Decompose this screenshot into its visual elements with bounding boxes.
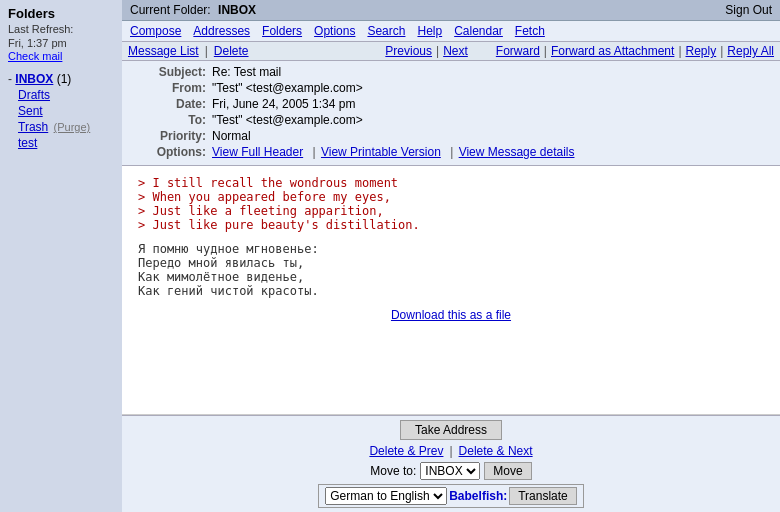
nav-help[interactable]: Help [417,24,442,38]
nav-compose[interactable]: Compose [130,24,181,38]
move-to-select[interactable]: INBOX Drafts Sent Trash test [420,462,480,480]
topbar: Current Folder: INBOX Sign Out [122,0,780,21]
from-value: "Test" <test@example.com> [212,81,363,95]
header-row-to: To: "Test" <test@example.com> [132,113,770,127]
options-label: Options: [132,145,212,159]
translate-box: German to English French to English Span… [318,484,584,508]
nav-folders[interactable]: Folders [262,24,302,38]
take-address-button[interactable]: Take Address [400,420,502,440]
header-row-date: Date: Fri, June 24, 2005 1:34 pm [132,97,770,111]
move-button[interactable]: Move [484,462,531,480]
delete-prev-link[interactable]: Delete & Prev [369,444,443,458]
download-link[interactable]: Download this as a file [138,308,764,322]
priority-value: Normal [212,129,251,143]
quoted-line-2: > When you appeared before my eyes, [138,190,764,204]
nav-addresses[interactable]: Addresses [193,24,250,38]
folder-list: - INBOX (1) Drafts Sent Trash (Purge) te… [8,71,114,151]
check-mail-link[interactable]: Check mail [8,50,62,62]
last-refresh-time: Fri, 1:37 pm [8,37,114,49]
date-value: Fri, June 24, 2005 1:34 pm [212,97,355,111]
babelfish-label: Babelfish: [449,489,507,503]
current-folder-label: Current Folder: [130,3,211,17]
nav-calendar[interactable]: Calendar [454,24,503,38]
options-value: View Full Header | View Printable Versio… [212,145,578,159]
main-content: Current Folder: INBOX Sign Out Compose A… [122,0,780,512]
folder-item-test: test [8,135,114,151]
to-value: "Test" <test@example.com> [212,113,363,127]
sidebar: Folders Last Refresh: Fri, 1:37 pm Check… [0,0,122,512]
folder-item-inbox: - INBOX (1) [8,71,114,87]
actionbar-right: Previous | Next Forward | Forward as Att… [385,44,774,58]
folder-count-inbox: (1) [57,72,72,86]
forward-as-attachment-link[interactable]: Forward as Attachment [551,44,674,58]
quoted-line-1: > I still recall the wondrous moment [138,176,764,190]
view-printable-link[interactable]: View Printable Version [321,145,441,159]
from-label: From: [132,81,212,95]
actionbar-left: Message List | Delete [128,44,249,58]
header-row-priority: Priority: Normal [132,129,770,143]
view-details-link[interactable]: View Message details [459,145,575,159]
folder-link-drafts[interactable]: Drafts [18,88,50,102]
quoted-line-4: > Just like pure beauty's distillation. [138,218,764,232]
nav-options[interactable]: Options [314,24,355,38]
translate-row: German to English French to English Span… [318,484,584,508]
move-to-label: Move to: [370,464,416,478]
priority-label: Priority: [132,129,212,143]
bottom-actions: Delete & Prev | Delete & Next [369,444,532,458]
folder-item-drafts: Drafts [8,87,114,103]
reply-link[interactable]: Reply [686,44,717,58]
nav-search[interactable]: Search [367,24,405,38]
date-label: Date: [132,97,212,111]
body-line-2: Передо мной явилась ты, [138,256,764,270]
folder-link-sent[interactable]: Sent [18,104,43,118]
message-header: Subject: Re: Test mail From: "Test" <tes… [122,61,780,166]
to-label: To: [132,113,212,127]
quoted-line-3: > Just like a fleeting apparition, [138,204,764,218]
sign-out-link[interactable]: Sign Out [725,3,772,17]
delete-next-link[interactable]: Delete & Next [459,444,533,458]
body-text: Я помню чудное мгновенье: Передо мной яв… [138,242,764,298]
subject-label: Subject: [132,65,212,79]
header-row-options: Options: View Full Header | View Printab… [132,145,770,159]
body-line-3: Как мимолётное виденье, [138,270,764,284]
next-link[interactable]: Next [443,44,468,58]
message-list-link[interactable]: Message List [128,44,199,58]
folder-link-inbox[interactable]: INBOX [15,72,53,86]
reply-all-link[interactable]: Reply All [727,44,774,58]
purge-link[interactable]: (Purge) [54,121,91,133]
current-folder-name: INBOX [218,3,256,17]
view-full-header-link[interactable]: View Full Header [212,145,303,159]
header-row-subject: Subject: Re: Test mail [132,65,770,79]
forward-link[interactable]: Forward [496,44,540,58]
sidebar-title: Folders [8,6,114,21]
navbar: Compose Addresses Folders Options Search… [122,21,780,42]
delete-link[interactable]: Delete [214,44,249,58]
folder-link-test[interactable]: test [18,136,37,150]
body-line-4: Как гений чистой красоты. [138,284,764,298]
current-folder-info: Current Folder: INBOX [130,3,256,17]
nav-fetch[interactable]: Fetch [515,24,545,38]
message-body: > I still recall the wondrous moment > W… [122,166,780,415]
subject-value: Re: Test mail [212,65,281,79]
folder-item-sent: Sent [8,103,114,119]
folder-item-trash: Trash (Purge) [8,119,114,135]
header-row-from: From: "Test" <test@example.com> [132,81,770,95]
body-line-1: Я помню чудное мгновенье: [138,242,764,256]
last-refresh-label: Last Refresh: [8,23,114,35]
move-row: Move to: INBOX Drafts Sent Trash test Mo… [370,462,531,480]
actionbar: Message List | Delete Previous | Next Fo… [122,42,780,61]
translate-button[interactable]: Translate [509,487,577,505]
translate-select[interactable]: German to English French to English Span… [325,487,447,505]
previous-link[interactable]: Previous [385,44,432,58]
folder-link-trash[interactable]: Trash [18,120,48,134]
bottom-bar: Take Address Delete & Prev | Delete & Ne… [122,415,780,512]
